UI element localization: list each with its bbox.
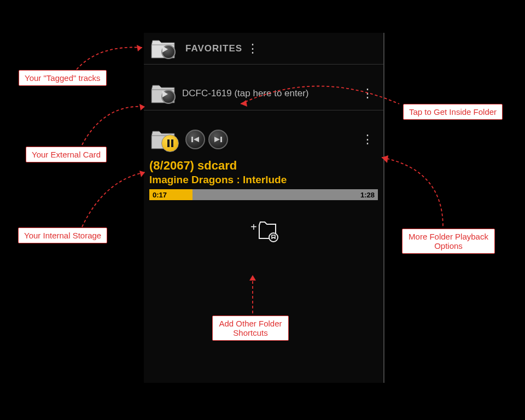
folder-menu-icon[interactable]: ⋮ [357,84,378,103]
svg-marker-3 [194,137,199,142]
progress-bar[interactable]: 0:17 1:28 [149,189,378,200]
player-menu-icon[interactable]: ⋮ [357,130,378,149]
folder-row[interactable]: DCFC-1619 (tap here to enter) ⋮ [144,77,383,110]
callout-external-card: Your External Card [26,147,107,162]
folder-icon [149,82,177,105]
player-info: (8/2067) sdcard Imagine Dragons : Interl… [144,156,383,186]
svg-marker-1 [162,91,168,97]
duration-time: 1:28 [360,191,375,199]
favorites-row[interactable]: FAVORITES ⋮ [144,33,383,65]
callout-tagged-tracks: Your "Tagged" tracks [19,70,107,86]
svg-marker-0 [162,46,168,52]
folder-label: DCFC-1619 (tap here to enter) [182,88,357,99]
previous-button[interactable] [185,130,205,149]
now-playing-folder-icon [149,128,177,151]
callout-internal-storage: Your Internal Storage [18,228,107,243]
svg-rect-2 [191,137,193,142]
track-title: Imagine Dragons : Interlude [149,174,378,186]
player-row: ⋮ [144,122,383,156]
favorites-folder-icon [149,37,177,60]
svg-marker-4 [214,137,220,142]
callout-playback-options: More Folder Playback Options [402,229,495,254]
favorites-label: FAVORITES [185,43,242,54]
add-folder-shortcut-button[interactable]: + [247,217,280,244]
track-counter: (8/2067) sdcard [149,159,378,173]
play-icon [161,90,176,104]
next-button[interactable] [208,130,228,149]
play-icon [161,45,176,59]
svg-marker-8 [137,45,142,51]
callout-add-shortcuts: Add Other Folder Shortcuts [212,316,289,341]
favorites-menu-icon[interactable]: ⋮ [242,39,263,58]
elapsed-time: 0:17 [149,191,167,199]
svg-text:+: + [250,221,257,233]
svg-rect-5 [220,137,222,142]
callout-tap-inside: Tap to Get Inside Folder [403,104,503,120]
pause-icon[interactable] [161,135,179,152]
